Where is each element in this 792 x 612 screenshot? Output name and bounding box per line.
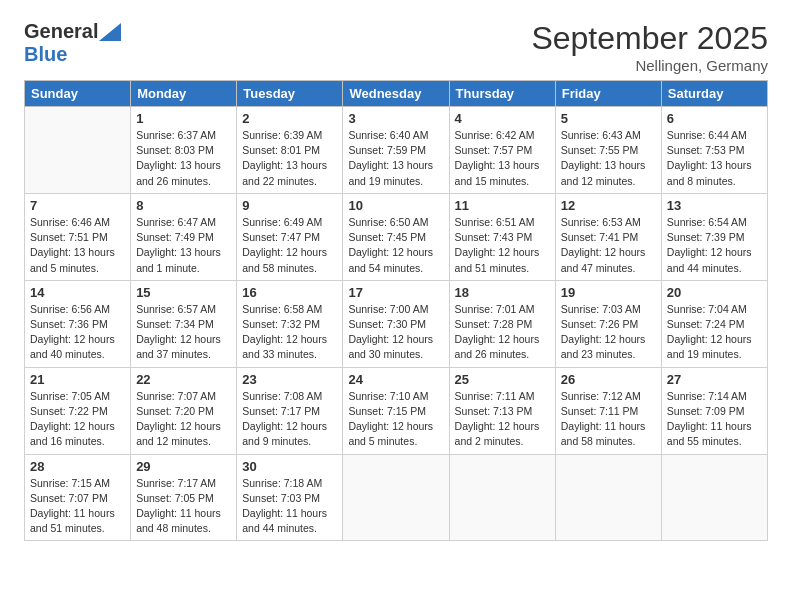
day-number: 24	[348, 372, 443, 387]
weekday-header-friday: Friday	[555, 81, 661, 107]
calendar-cell	[25, 107, 131, 194]
day-number: 7	[30, 198, 125, 213]
calendar-cell: 15Sunrise: 6:57 AM Sunset: 7:34 PM Dayli…	[131, 280, 237, 367]
day-number: 13	[667, 198, 762, 213]
day-number: 23	[242, 372, 337, 387]
calendar-cell: 22Sunrise: 7:07 AM Sunset: 7:20 PM Dayli…	[131, 367, 237, 454]
calendar-cell: 13Sunrise: 6:54 AM Sunset: 7:39 PM Dayli…	[661, 193, 767, 280]
day-info: Sunrise: 7:04 AM Sunset: 7:24 PM Dayligh…	[667, 302, 762, 363]
day-number: 2	[242, 111, 337, 126]
day-info: Sunrise: 6:37 AM Sunset: 8:03 PM Dayligh…	[136, 128, 231, 189]
day-number: 30	[242, 459, 337, 474]
calendar-cell: 8Sunrise: 6:47 AM Sunset: 7:49 PM Daylig…	[131, 193, 237, 280]
weekday-header-sunday: Sunday	[25, 81, 131, 107]
day-info: Sunrise: 7:03 AM Sunset: 7:26 PM Dayligh…	[561, 302, 656, 363]
calendar-cell: 20Sunrise: 7:04 AM Sunset: 7:24 PM Dayli…	[661, 280, 767, 367]
week-row-1: 1Sunrise: 6:37 AM Sunset: 8:03 PM Daylig…	[25, 107, 768, 194]
day-number: 19	[561, 285, 656, 300]
weekday-header-thursday: Thursday	[449, 81, 555, 107]
calendar-cell: 28Sunrise: 7:15 AM Sunset: 7:07 PM Dayli…	[25, 454, 131, 541]
day-info: Sunrise: 6:39 AM Sunset: 8:01 PM Dayligh…	[242, 128, 337, 189]
calendar-cell: 29Sunrise: 7:17 AM Sunset: 7:05 PM Dayli…	[131, 454, 237, 541]
week-row-4: 21Sunrise: 7:05 AM Sunset: 7:22 PM Dayli…	[25, 367, 768, 454]
day-info: Sunrise: 6:54 AM Sunset: 7:39 PM Dayligh…	[667, 215, 762, 276]
day-info: Sunrise: 7:07 AM Sunset: 7:20 PM Dayligh…	[136, 389, 231, 450]
week-row-5: 28Sunrise: 7:15 AM Sunset: 7:07 PM Dayli…	[25, 454, 768, 541]
day-number: 4	[455, 111, 550, 126]
day-number: 18	[455, 285, 550, 300]
calendar-cell	[343, 454, 449, 541]
day-info: Sunrise: 6:49 AM Sunset: 7:47 PM Dayligh…	[242, 215, 337, 276]
calendar-cell: 4Sunrise: 6:42 AM Sunset: 7:57 PM Daylig…	[449, 107, 555, 194]
calendar-cell: 30Sunrise: 7:18 AM Sunset: 7:03 PM Dayli…	[237, 454, 343, 541]
day-number: 28	[30, 459, 125, 474]
weekday-header-saturday: Saturday	[661, 81, 767, 107]
calendar-cell: 14Sunrise: 6:56 AM Sunset: 7:36 PM Dayli…	[25, 280, 131, 367]
weekday-header-row: SundayMondayTuesdayWednesdayThursdayFrid…	[25, 81, 768, 107]
day-number: 15	[136, 285, 231, 300]
day-number: 14	[30, 285, 125, 300]
calendar-cell: 19Sunrise: 7:03 AM Sunset: 7:26 PM Dayli…	[555, 280, 661, 367]
calendar-cell: 26Sunrise: 7:12 AM Sunset: 7:11 PM Dayli…	[555, 367, 661, 454]
weekday-header-wednesday: Wednesday	[343, 81, 449, 107]
title-block: September 2025 Nellingen, Germany	[531, 20, 768, 74]
day-number: 17	[348, 285, 443, 300]
day-number: 3	[348, 111, 443, 126]
day-number: 29	[136, 459, 231, 474]
day-number: 6	[667, 111, 762, 126]
calendar-cell: 27Sunrise: 7:14 AM Sunset: 7:09 PM Dayli…	[661, 367, 767, 454]
day-number: 21	[30, 372, 125, 387]
calendar-cell: 9Sunrise: 6:49 AM Sunset: 7:47 PM Daylig…	[237, 193, 343, 280]
day-info: Sunrise: 7:08 AM Sunset: 7:17 PM Dayligh…	[242, 389, 337, 450]
day-info: Sunrise: 6:46 AM Sunset: 7:51 PM Dayligh…	[30, 215, 125, 276]
day-info: Sunrise: 7:18 AM Sunset: 7:03 PM Dayligh…	[242, 476, 337, 537]
day-number: 9	[242, 198, 337, 213]
day-info: Sunrise: 7:01 AM Sunset: 7:28 PM Dayligh…	[455, 302, 550, 363]
page-header: General Blue September 2025 Nellingen, G…	[24, 20, 768, 74]
day-number: 25	[455, 372, 550, 387]
day-info: Sunrise: 7:14 AM Sunset: 7:09 PM Dayligh…	[667, 389, 762, 450]
calendar-cell: 16Sunrise: 6:58 AM Sunset: 7:32 PM Dayli…	[237, 280, 343, 367]
week-row-2: 7Sunrise: 6:46 AM Sunset: 7:51 PM Daylig…	[25, 193, 768, 280]
day-info: Sunrise: 6:50 AM Sunset: 7:45 PM Dayligh…	[348, 215, 443, 276]
day-info: Sunrise: 6:44 AM Sunset: 7:53 PM Dayligh…	[667, 128, 762, 189]
logo: General Blue	[24, 20, 122, 66]
calendar-cell: 17Sunrise: 7:00 AM Sunset: 7:30 PM Dayli…	[343, 280, 449, 367]
day-info: Sunrise: 6:57 AM Sunset: 7:34 PM Dayligh…	[136, 302, 231, 363]
calendar-cell: 1Sunrise: 6:37 AM Sunset: 8:03 PM Daylig…	[131, 107, 237, 194]
calendar-cell: 24Sunrise: 7:10 AM Sunset: 7:15 PM Dayli…	[343, 367, 449, 454]
day-number: 20	[667, 285, 762, 300]
weekday-header-tuesday: Tuesday	[237, 81, 343, 107]
day-info: Sunrise: 7:17 AM Sunset: 7:05 PM Dayligh…	[136, 476, 231, 537]
calendar-cell: 7Sunrise: 6:46 AM Sunset: 7:51 PM Daylig…	[25, 193, 131, 280]
day-number: 8	[136, 198, 231, 213]
day-info: Sunrise: 6:42 AM Sunset: 7:57 PM Dayligh…	[455, 128, 550, 189]
calendar-table: SundayMondayTuesdayWednesdayThursdayFrid…	[24, 80, 768, 541]
day-number: 5	[561, 111, 656, 126]
calendar-cell: 11Sunrise: 6:51 AM Sunset: 7:43 PM Dayli…	[449, 193, 555, 280]
day-number: 26	[561, 372, 656, 387]
calendar-cell	[555, 454, 661, 541]
day-info: Sunrise: 7:05 AM Sunset: 7:22 PM Dayligh…	[30, 389, 125, 450]
day-info: Sunrise: 6:56 AM Sunset: 7:36 PM Dayligh…	[30, 302, 125, 363]
day-number: 16	[242, 285, 337, 300]
day-info: Sunrise: 6:58 AM Sunset: 7:32 PM Dayligh…	[242, 302, 337, 363]
week-row-3: 14Sunrise: 6:56 AM Sunset: 7:36 PM Dayli…	[25, 280, 768, 367]
day-info: Sunrise: 6:43 AM Sunset: 7:55 PM Dayligh…	[561, 128, 656, 189]
day-info: Sunrise: 7:00 AM Sunset: 7:30 PM Dayligh…	[348, 302, 443, 363]
calendar-cell: 21Sunrise: 7:05 AM Sunset: 7:22 PM Dayli…	[25, 367, 131, 454]
day-number: 1	[136, 111, 231, 126]
day-info: Sunrise: 7:15 AM Sunset: 7:07 PM Dayligh…	[30, 476, 125, 537]
calendar-cell: 25Sunrise: 7:11 AM Sunset: 7:13 PM Dayli…	[449, 367, 555, 454]
day-info: Sunrise: 6:40 AM Sunset: 7:59 PM Dayligh…	[348, 128, 443, 189]
day-info: Sunrise: 7:10 AM Sunset: 7:15 PM Dayligh…	[348, 389, 443, 450]
day-info: Sunrise: 6:53 AM Sunset: 7:41 PM Dayligh…	[561, 215, 656, 276]
month-title: September 2025	[531, 20, 768, 57]
day-info: Sunrise: 7:11 AM Sunset: 7:13 PM Dayligh…	[455, 389, 550, 450]
calendar-cell: 10Sunrise: 6:50 AM Sunset: 7:45 PM Dayli…	[343, 193, 449, 280]
day-info: Sunrise: 7:12 AM Sunset: 7:11 PM Dayligh…	[561, 389, 656, 450]
calendar-cell: 12Sunrise: 6:53 AM Sunset: 7:41 PM Dayli…	[555, 193, 661, 280]
calendar-cell: 2Sunrise: 6:39 AM Sunset: 8:01 PM Daylig…	[237, 107, 343, 194]
day-number: 22	[136, 372, 231, 387]
calendar-cell: 23Sunrise: 7:08 AM Sunset: 7:17 PM Dayli…	[237, 367, 343, 454]
